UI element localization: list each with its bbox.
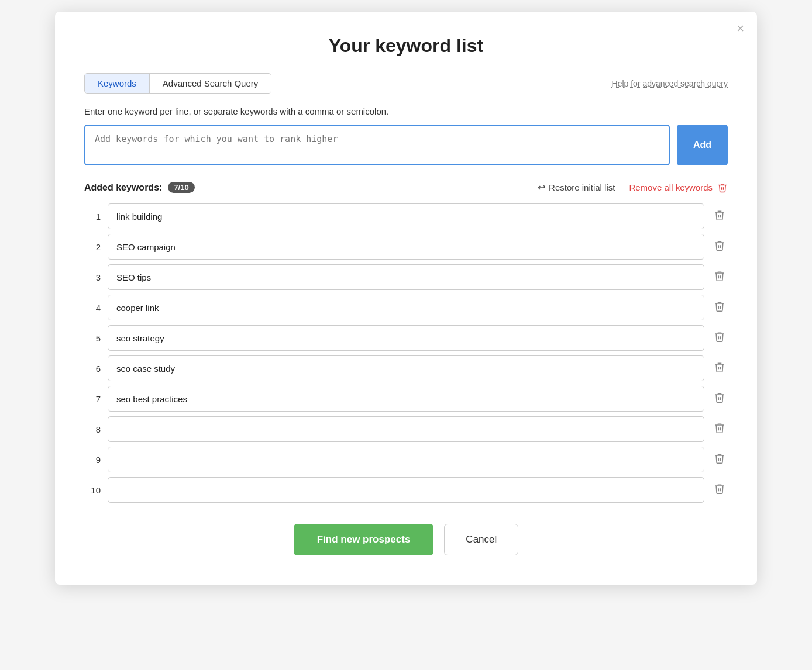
trash-icon (714, 361, 725, 373)
keyword-row: 7 (84, 386, 728, 412)
trash-icon (714, 209, 725, 221)
keyword-field[interactable] (108, 416, 704, 442)
remove-all-trash-icon (717, 182, 728, 193)
trash-icon (714, 422, 725, 434)
keyword-row: 3 (84, 264, 728, 290)
tab-advanced-search[interactable]: Advanced Search Query (150, 74, 271, 93)
trash-icon (714, 301, 725, 312)
modal-title: Your keyword list (84, 35, 728, 57)
row-number: 5 (84, 333, 101, 343)
row-number: 8 (84, 424, 101, 434)
delete-keyword-button[interactable] (711, 481, 728, 500)
delete-keyword-button[interactable] (711, 298, 728, 317)
keyword-row: 4 (84, 295, 728, 320)
keyword-field[interactable] (108, 355, 704, 381)
keyword-field[interactable] (108, 325, 704, 351)
close-button[interactable]: × (737, 22, 744, 35)
modal-container: × Your keyword list Keywords Advanced Se… (55, 12, 757, 585)
trash-icon (714, 240, 725, 251)
row-number: 10 (84, 485, 101, 495)
delete-keyword-button[interactable] (711, 207, 728, 226)
keyword-row: 2 (84, 234, 728, 260)
trash-icon (714, 453, 725, 464)
row-number: 2 (84, 242, 101, 252)
keywords-badge: 7/10 (168, 182, 194, 193)
keyword-row: 6 (84, 355, 728, 381)
keyword-list: 1 2 3 4 5 6 (84, 203, 728, 503)
keywords-label: Added keywords: 7/10 (84, 182, 195, 193)
keyword-field[interactable] (108, 447, 704, 472)
keyword-field[interactable] (108, 386, 704, 412)
tabs: Keywords Advanced Search Query (84, 73, 271, 94)
keyword-field[interactable] (108, 295, 704, 320)
keyword-field[interactable] (108, 477, 704, 503)
keyword-row: 5 (84, 325, 728, 351)
keyword-field[interactable] (108, 203, 704, 229)
add-keyword-row: Add (84, 125, 728, 165)
keyword-row: 9 (84, 447, 728, 472)
delete-keyword-button[interactable] (711, 420, 728, 439)
remove-all-button[interactable]: Remove all keywords (629, 182, 728, 193)
row-number: 3 (84, 272, 101, 282)
footer-buttons: Find new prospects Cancel (84, 524, 728, 555)
instruction-text: Enter one keyword per line, or separate … (84, 106, 728, 116)
delete-keyword-button[interactable] (711, 359, 728, 378)
restore-icon: ↩ (538, 182, 545, 193)
delete-keyword-button[interactable] (711, 268, 728, 287)
row-number: 7 (84, 394, 101, 404)
keyword-row: 1 (84, 203, 728, 229)
add-button[interactable]: Add (677, 125, 728, 165)
trash-icon (714, 331, 725, 343)
find-prospects-button[interactable]: Find new prospects (294, 524, 434, 555)
trash-icon (714, 483, 725, 495)
row-number: 6 (84, 364, 101, 374)
row-number: 4 (84, 303, 101, 313)
trash-icon (714, 270, 725, 282)
row-number: 1 (84, 212, 101, 222)
keywords-header: Added keywords: 7/10 ↩ Restore initial l… (84, 182, 728, 193)
delete-keyword-button[interactable] (711, 450, 728, 469)
tabs-row: Keywords Advanced Search Query Help for … (84, 73, 728, 94)
keyword-field[interactable] (108, 264, 704, 290)
keywords-label-text: Added keywords: (84, 182, 162, 193)
header-actions: ↩ Restore initial list Remove all keywor… (538, 182, 728, 193)
keyword-row: 10 (84, 477, 728, 503)
row-number: 9 (84, 455, 101, 465)
delete-keyword-button[interactable] (711, 329, 728, 348)
restore-button[interactable]: ↩ Restore initial list (538, 182, 615, 193)
restore-label: Restore initial list (549, 182, 615, 192)
delete-keyword-button[interactable] (711, 389, 728, 409)
help-link[interactable]: Help for advanced search query (612, 79, 728, 88)
trash-icon (714, 392, 725, 403)
keyword-input[interactable] (84, 125, 670, 165)
cancel-button[interactable]: Cancel (444, 524, 518, 555)
delete-keyword-button[interactable] (711, 237, 728, 257)
keyword-row: 8 (84, 416, 728, 442)
keyword-field[interactable] (108, 234, 704, 260)
remove-all-label: Remove all keywords (629, 182, 713, 192)
tab-keywords[interactable]: Keywords (85, 74, 150, 93)
